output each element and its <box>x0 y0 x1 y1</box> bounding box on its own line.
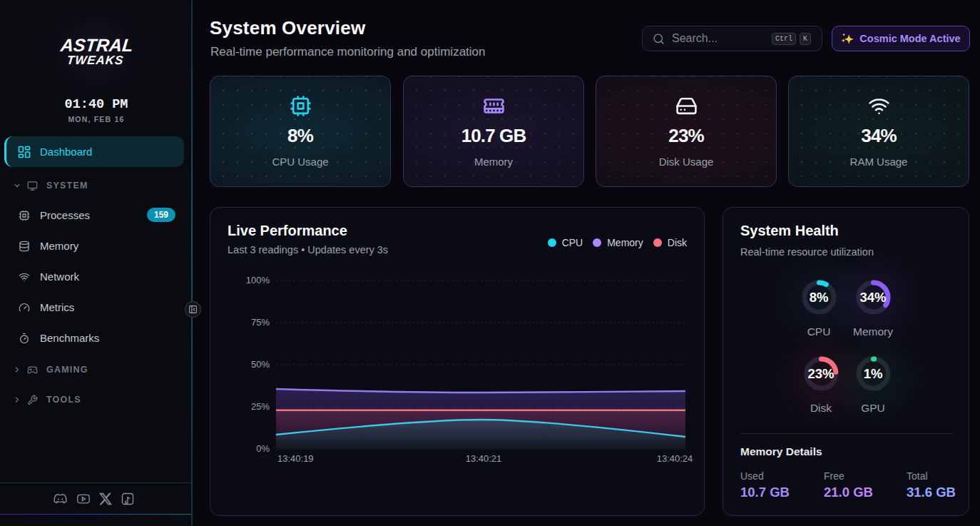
svg-text:13:40:21: 13:40:21 <box>466 453 502 464</box>
svg-text:25%: 25% <box>251 401 270 412</box>
svg-text:13:40:19: 13:40:19 <box>277 453 314 464</box>
svg-text:13:40:24: 13:40:24 <box>657 453 693 464</box>
svg-text:100%: 100% <box>246 275 270 285</box>
svg-text:50%: 50% <box>251 359 270 370</box>
svg-text:75%: 75% <box>251 317 270 328</box>
svg-text:0%: 0% <box>256 443 270 454</box>
